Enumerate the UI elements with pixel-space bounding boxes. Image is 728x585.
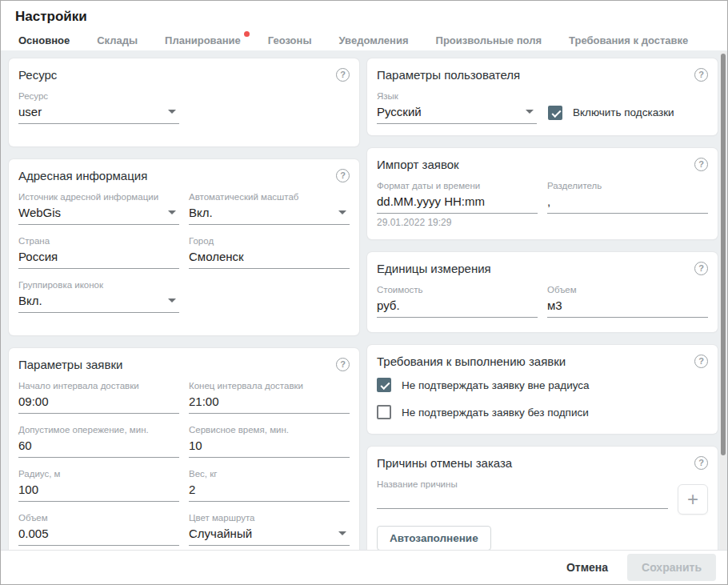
field-label: Объем: [547, 285, 708, 295]
notification-badge: [244, 31, 250, 37]
card-title: Требования к выполнению заявки: [377, 355, 708, 368]
card-cancel-reasons: Причины отмены заказа ? Название причины…: [367, 447, 718, 550]
date-format-input[interactable]: dd.MM.yyyy HH:mm: [377, 193, 538, 214]
tab-label: Требования к доставке: [569, 34, 688, 46]
checkbox-icon[interactable]: [548, 106, 562, 120]
checkbox-label: Не подтверждать заявку вне радиуса: [402, 379, 590, 391]
field-label: Язык: [377, 91, 537, 101]
field-value: ,: [547, 194, 550, 208]
autoscale-select[interactable]: Вкл.: [189, 204, 350, 225]
settings-window: Настройки Основное Склады Планирование Г…: [0, 0, 728, 585]
tab-label: Геозоны: [268, 34, 312, 46]
city-field: Город Смоленск: [189, 236, 350, 269]
volume-input[interactable]: 0.005: [18, 525, 179, 546]
checkbox-label: Включить подсказки: [573, 106, 674, 118]
route-color-select[interactable]: Случайный: [189, 525, 350, 546]
chevron-down-icon: [526, 110, 534, 114]
country-input[interactable]: Россия: [18, 248, 179, 269]
field-label: Вес, кг: [189, 469, 350, 479]
language-select[interactable]: Русский: [377, 103, 537, 124]
address-source-field: Источник адресной информации WebGis: [18, 192, 179, 225]
field-value: 60: [18, 439, 32, 452]
field-value: user: [18, 105, 42, 118]
volume-field: Объем 0.005: [18, 513, 179, 546]
add-reason-button[interactable]: +: [678, 484, 708, 515]
field-label: Формат даты и времени: [377, 181, 538, 190]
resource-field: Ресурс user: [18, 91, 179, 124]
field-label: Город: [189, 236, 350, 246]
field-value: WebGis: [18, 206, 61, 219]
field-value: Случайный: [189, 527, 252, 540]
checkbox-icon[interactable]: [377, 378, 391, 392]
city-input[interactable]: Смоленск: [189, 248, 350, 269]
language-field: Язык Русский: [377, 91, 537, 124]
field-label: Разделитель: [547, 181, 708, 190]
left-column: Ресурс ? Ресурс user Адресная информация…: [9, 58, 359, 550]
radius-input[interactable]: 100: [18, 481, 179, 502]
address-source-select[interactable]: WebGis: [18, 204, 179, 225]
separator-input[interactable]: ,: [547, 193, 708, 214]
delivery-end-input[interactable]: 21:00: [189, 393, 350, 414]
field-value: Смоленск: [189, 250, 244, 263]
help-icon[interactable]: ?: [336, 169, 350, 182]
help-icon[interactable]: ?: [694, 456, 708, 470]
field-value: Вкл.: [18, 294, 42, 307]
volume-unit-input[interactable]: м3: [547, 297, 708, 318]
field-value: 2: [189, 483, 195, 496]
autofill-button[interactable]: Автозаполнение: [377, 526, 491, 550]
weight-input[interactable]: 2: [189, 481, 350, 502]
save-button[interactable]: Сохранить: [627, 554, 716, 581]
volume-unit-field: Объем м3: [547, 285, 708, 318]
card-title: Параметры заявки: [18, 358, 350, 371]
service-time-field: Сервисное время, мин. 10: [189, 425, 350, 458]
separator-field: Разделитель ,: [547, 181, 708, 228]
card-user-params: Параметры пользователя ? Язык Русский Вк…: [367, 58, 718, 135]
help-icon[interactable]: ?: [694, 355, 708, 368]
cost-unit-input[interactable]: руб.: [377, 297, 538, 318]
card-import-orders: Импорт заявок ? Формат даты и времени dd…: [367, 148, 718, 239]
field-label: Объем: [18, 513, 179, 523]
field-value: 21:00: [189, 395, 219, 408]
field-label: Источник адресной информации: [18, 192, 179, 202]
card-fulfillment-requirements: Требования к выполнению заявки ? Не подт…: [367, 345, 718, 434]
delivery-end-field: Конец интервала доставки 21:00: [189, 381, 350, 414]
tab-label: Планирование: [165, 34, 241, 46]
no-confirm-outside-radius-row[interactable]: Не подтверждать заявку вне радиуса: [377, 378, 708, 392]
no-confirm-without-signature-row[interactable]: Не подтверждать заявку без подписи: [377, 405, 708, 419]
icon-grouping-select[interactable]: Вкл.: [18, 292, 179, 313]
footer-actions: Отмена Сохранить: [1, 550, 727, 584]
field-value: Россия: [18, 250, 58, 263]
weight-field: Вес, кг 2: [189, 469, 350, 502]
card-title: Ресурс: [18, 68, 350, 82]
reason-name-input[interactable]: [377, 491, 668, 509]
help-icon[interactable]: ?: [336, 68, 350, 82]
card-title: Причины отмены заказа: [377, 456, 708, 470]
allowed-lead-input[interactable]: 60: [18, 437, 179, 458]
scrollbar-track[interactable]: [720, 51, 726, 550]
resource-select[interactable]: user: [18, 103, 179, 124]
chevron-down-icon: [168, 210, 176, 214]
scrollbar-thumb[interactable]: [721, 54, 726, 455]
checkbox-icon[interactable]: [377, 405, 391, 419]
checkbox-label: Не подтверждать заявку без подписи: [402, 407, 589, 419]
field-label: Название причины: [377, 479, 668, 489]
cancel-button[interactable]: Отмена: [557, 555, 618, 580]
plus-icon: +: [687, 488, 698, 510]
field-label: Ресурс: [18, 91, 179, 101]
route-color-field: Цвет маршрута Случайный: [189, 513, 350, 546]
field-value: 09:00: [18, 395, 49, 408]
card-title: Адресная информация: [18, 169, 350, 182]
country-field: Страна Россия: [18, 236, 179, 269]
help-icon[interactable]: ?: [694, 262, 708, 275]
delivery-start-input[interactable]: 09:00: [18, 393, 179, 414]
help-icon[interactable]: ?: [694, 158, 708, 171]
field-value: 100: [18, 483, 38, 496]
chevron-down-icon: [168, 299, 176, 303]
enable-hints-checkbox-row[interactable]: Включить подсказки: [548, 106, 708, 120]
help-icon[interactable]: ?: [694, 68, 708, 82]
help-icon[interactable]: ?: [336, 358, 350, 371]
field-value: Вкл.: [189, 206, 213, 219]
field-label: Сервисное время, мин.: [189, 425, 350, 435]
service-time-input[interactable]: 10: [189, 437, 350, 458]
card-title: Параметры пользователя: [377, 68, 708, 82]
